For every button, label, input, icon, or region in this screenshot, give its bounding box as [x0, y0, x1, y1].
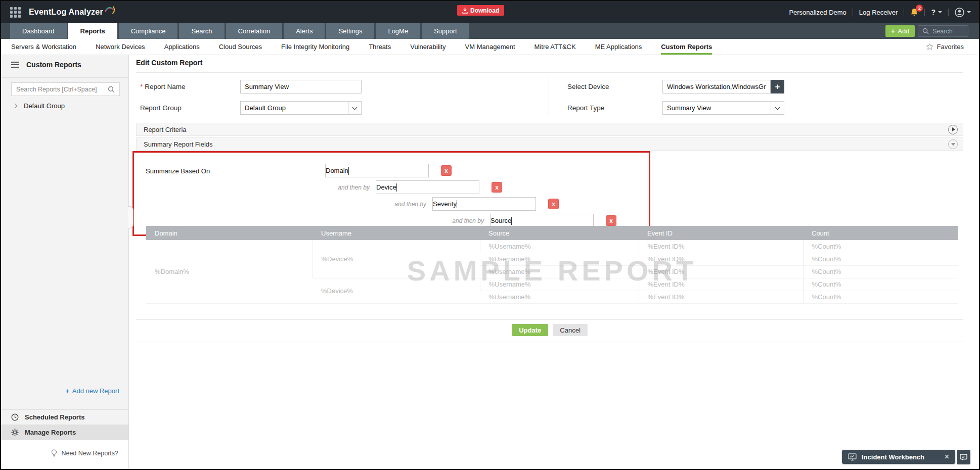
- tab-correlation[interactable]: Correlation: [226, 23, 283, 39]
- tab-dashboard[interactable]: Dashboard: [10, 23, 67, 39]
- personalized-demo-link[interactable]: Personalized Demo: [789, 9, 846, 16]
- dropdown-chevron: [771, 102, 784, 114]
- remove-level4-button[interactable]: x: [606, 215, 616, 226]
- domain-cell: %Domain%: [146, 240, 313, 303]
- divider: [136, 342, 963, 342]
- report-type-value: Summary View: [663, 104, 771, 112]
- event-id-cell: %Event ID%: [639, 278, 803, 291]
- close-icon[interactable]: ×: [945, 453, 949, 461]
- summarize-highlight-box: Summarize Based On Domain x and then by …: [132, 151, 650, 236]
- and-then-by-label: and then by: [436, 217, 484, 224]
- summarize-level1-value: Domain: [326, 167, 348, 174]
- tab-support[interactable]: Support: [422, 23, 469, 39]
- report-search-input[interactable]: [16, 86, 108, 93]
- chat-button[interactable]: [957, 450, 970, 464]
- add-button[interactable]: + Add: [885, 25, 915, 37]
- favorites-button[interactable]: Favorites: [926, 39, 964, 55]
- cancel-button[interactable]: Cancel: [553, 324, 587, 336]
- topbar: EventLog Analyzer Download Personalized …: [1, 1, 979, 23]
- tab-search[interactable]: Search: [179, 23, 224, 39]
- update-button[interactable]: Update: [512, 324, 548, 336]
- help-menu[interactable]: ?: [931, 8, 942, 16]
- triangle-down-icon: [951, 143, 955, 146]
- tab-reports[interactable]: Reports: [68, 23, 117, 39]
- report-group-select[interactable]: Default Group: [240, 101, 362, 115]
- apps-grid-icon[interactable]: [10, 7, 21, 18]
- tab-alerts[interactable]: Alerts: [284, 23, 325, 39]
- username-cell: %Username%: [480, 278, 639, 291]
- event-id-cell: %Event ID%: [639, 253, 803, 265]
- summarize-level4-value: Source: [491, 217, 511, 224]
- sidebar-collapse-handle[interactable]: [128, 206, 133, 228]
- separator: [924, 9, 925, 16]
- notification-count-badge: 2: [916, 5, 923, 12]
- section-summary-report-fields[interactable]: Summary Report Fields: [136, 137, 963, 151]
- divider: [136, 319, 963, 320]
- subnav-servers-workstation[interactable]: Servers & Workstation: [11, 39, 76, 55]
- subnav-threats[interactable]: Threats: [369, 39, 391, 55]
- user-menu[interactable]: [955, 8, 971, 17]
- plus-icon: +: [65, 387, 69, 395]
- scheduled-reports-label: Scheduled Reports: [25, 413, 84, 421]
- subnav-me-applications[interactable]: ME Applications: [595, 39, 642, 55]
- dropdown-chevron: [396, 183, 397, 191]
- username-cell: %Username%: [480, 291, 639, 303]
- sidebar-item-scheduled-reports[interactable]: Scheduled Reports: [1, 409, 128, 425]
- app-logo-text: EventLog Analyzer: [29, 8, 103, 17]
- add-new-report-link[interactable]: + Add new Report: [65, 387, 119, 395]
- summarize-level4-select[interactable]: Source: [490, 214, 594, 227]
- report-name-input[interactable]: [240, 80, 362, 93]
- subnav-file-integrity-monitoring[interactable]: File Integrity Monitoring: [281, 39, 349, 55]
- play-icon: [952, 127, 955, 131]
- star-icon: [926, 43, 933, 51]
- subnav-vulnerability[interactable]: Vulnerability: [410, 39, 446, 55]
- sidebar-item-manage-reports[interactable]: Manage Reports: [1, 425, 128, 440]
- report-type-select[interactable]: Summary View: [662, 101, 784, 115]
- page-title: Edit Custom Report: [136, 59, 202, 67]
- subnav-cloud-sources[interactable]: Cloud Sources: [219, 39, 262, 55]
- incident-workbench-title: Incident Workbench: [862, 453, 940, 461]
- separator: [948, 9, 949, 16]
- remove-level3-button[interactable]: x: [548, 199, 559, 209]
- subnav-mitre-attack[interactable]: Mitre ATT&CK: [534, 39, 576, 55]
- tab-compliance[interactable]: Compliance: [119, 23, 178, 39]
- log-receiver-link[interactable]: Log Receiver: [859, 9, 898, 16]
- incident-workbench-panel[interactable]: Incident Workbench ×: [842, 450, 955, 464]
- remove-level1-button[interactable]: x: [441, 165, 452, 176]
- reports-subnav: Servers & Workstation Network Devices Ap…: [1, 39, 979, 55]
- expand-section-icon[interactable]: [948, 125, 958, 134]
- summarize-level3-select[interactable]: Severity: [432, 197, 536, 211]
- sidebar-search-box: [11, 82, 120, 96]
- sidebar: Custom Reports Default Group + Add new R…: [1, 55, 129, 469]
- select-device-add-button[interactable]: +: [771, 80, 784, 93]
- tab-logme[interactable]: LogMe: [376, 23, 420, 39]
- sidebar-title: Custom Reports: [26, 61, 81, 69]
- topbar-right: Personalized Demo Log Receiver 2 ?: [789, 8, 971, 17]
- notifications-bell-icon[interactable]: 2: [910, 8, 918, 17]
- summary-report-fields-label: Summary Report Fields: [144, 140, 213, 148]
- plus-icon: +: [891, 27, 895, 35]
- need-new-reports-link[interactable]: Need New Reports?: [51, 449, 118, 457]
- section-report-criteria[interactable]: Report Criteria: [136, 123, 963, 136]
- collapse-section-icon[interactable]: [948, 139, 958, 149]
- download-button[interactable]: Download: [457, 5, 504, 16]
- tab-settings[interactable]: Settings: [326, 23, 374, 39]
- dropdown-chevron: [457, 200, 457, 208]
- subnav-network-devices[interactable]: Network Devices: [96, 39, 145, 55]
- summarize-level1-select[interactable]: Domain: [325, 164, 429, 177]
- add-label: Add: [898, 28, 909, 35]
- sidebar-item-default-group[interactable]: Default Group: [13, 102, 65, 110]
- subnav-applications[interactable]: Applications: [164, 39, 200, 55]
- hamburger-menu-icon[interactable]: [11, 60, 19, 69]
- global-search-box[interactable]: Search: [918, 25, 968, 37]
- select-device-input[interactable]: [662, 80, 771, 93]
- summarize-level2-select[interactable]: Device: [376, 180, 479, 194]
- subnav-vm-management[interactable]: VM Management: [465, 39, 515, 55]
- column-header-count: Count: [803, 226, 958, 240]
- sidebar-header: Custom Reports: [11, 60, 81, 69]
- search-icon: [108, 86, 115, 93]
- subnav-custom-reports[interactable]: Custom Reports: [661, 39, 712, 55]
- help-icon: ?: [931, 8, 936, 16]
- remove-level2-button[interactable]: x: [492, 182, 502, 193]
- search-icon: [922, 28, 929, 34]
